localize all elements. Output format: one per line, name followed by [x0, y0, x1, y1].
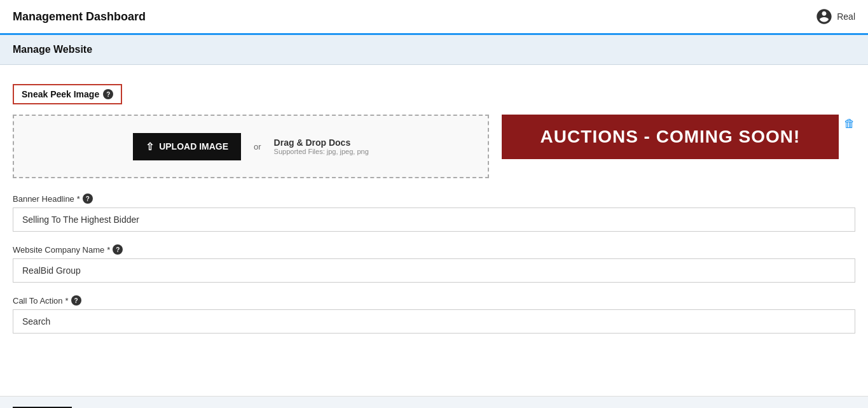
- upload-btn-label: UPLOAD IMAGE: [159, 141, 228, 151]
- cta-help-icon[interactable]: ?: [71, 295, 81, 306]
- upload-icon: ⇧: [146, 141, 154, 153]
- call-to-action-input[interactable]: [13, 309, 855, 334]
- company-help-icon[interactable]: ?: [113, 244, 123, 255]
- drag-drop-subtitle: Supported Files: jpg, jpeg, png: [274, 148, 369, 155]
- preview-area: AUCTIONS - COMING SOON! 🗑: [502, 115, 855, 159]
- drag-drop-area: Drag & Drop Docs Supported Files: jpg, j…: [274, 137, 369, 155]
- or-text: or: [254, 142, 261, 151]
- company-required-star: *: [107, 245, 110, 255]
- app-title: Management Dashboard: [13, 10, 146, 24]
- main-content: Sneak Peek Image ? ⇧ UPLOAD IMAGE or Dra…: [0, 65, 868, 396]
- sub-header-title: Manage Website: [13, 44, 92, 55]
- call-to-action-group: Call To Action * ?: [13, 295, 855, 334]
- sub-header: Manage Website: [0, 35, 868, 65]
- cta-required-star: *: [65, 296, 69, 306]
- preview-banner-text: AUCTIONS - COMING SOON!: [541, 127, 801, 147]
- sneak-peek-label: Sneak Peek Image: [22, 89, 99, 99]
- company-name-input[interactable]: [13, 258, 855, 283]
- image-row: ⇧ UPLOAD IMAGE or Drag & Drop Docs Suppo…: [13, 115, 855, 178]
- banner-help-icon[interactable]: ?: [83, 193, 93, 204]
- footer-bar: SAVE: [0, 396, 868, 408]
- banner-headline-input[interactable]: [13, 208, 855, 232]
- upload-area[interactable]: ⇧ UPLOAD IMAGE or Drag & Drop Docs Suppo…: [13, 115, 489, 178]
- call-to-action-label: Call To Action * ?: [13, 295, 855, 306]
- banner-headline-group: Banner Headline * ?: [13, 193, 855, 232]
- preview-banner: AUCTIONS - COMING SOON!: [502, 115, 839, 159]
- company-name-label: Website Company Name * ?: [13, 244, 855, 255]
- banner-headline-label: Banner Headline * ?: [13, 193, 855, 204]
- company-name-group: Website Company Name * ?: [13, 244, 855, 283]
- user-name: Real: [837, 11, 855, 22]
- sneak-peek-help-icon[interactable]: ?: [103, 89, 113, 99]
- user-info: Real: [815, 8, 855, 25]
- banner-required-star: *: [77, 194, 80, 204]
- sneak-peek-label-box: Sneak Peek Image ?: [13, 84, 122, 104]
- top-bar: Management Dashboard Real: [0, 0, 868, 35]
- drag-drop-title: Drag & Drop Docs: [274, 137, 369, 148]
- upload-image-button[interactable]: ⇧ UPLOAD IMAGE: [133, 133, 241, 160]
- user-avatar-icon: [815, 8, 833, 25]
- delete-image-icon[interactable]: 🗑: [844, 117, 855, 130]
